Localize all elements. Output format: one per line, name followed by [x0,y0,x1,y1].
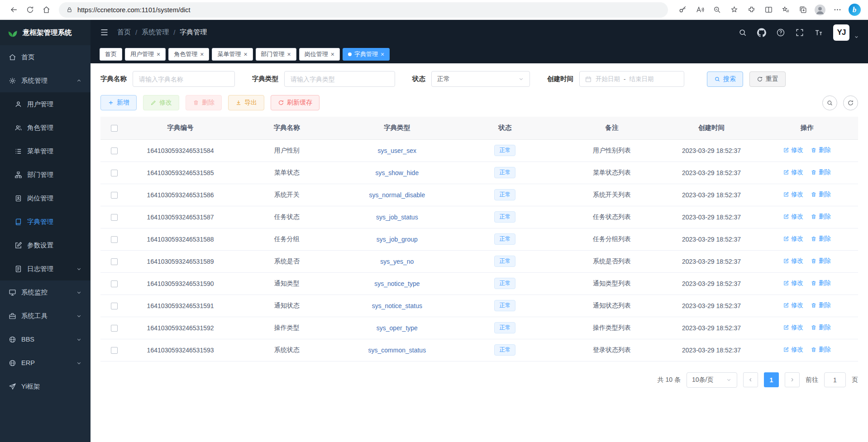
add-button[interactable]: 新增 [100,95,137,110]
tab-close-icon[interactable]: × [200,51,204,57]
collections-icon[interactable] [795,2,811,18]
sidebar-item-menu-management[interactable]: 菜单管理 [0,139,91,163]
select-all-checkbox[interactable] [111,125,118,132]
row-edit-button[interactable]: 修改 [783,346,803,354]
breadcrumb-item[interactable]: 系统管理 [142,28,169,37]
profile-avatar[interactable] [812,2,828,18]
row-delete-button[interactable]: 删除 [811,146,831,154]
copilot-icon[interactable]: b [846,2,863,18]
row-edit-button[interactable]: 修改 [783,323,803,332]
sidebar-item-post-management[interactable]: 岗位管理 [0,186,91,210]
sidebar-item-dict-management[interactable]: 字典管理 [0,210,91,233]
status-select[interactable]: 正常 [431,71,530,87]
zoom-search-icon[interactable] [709,2,725,18]
row-checkbox[interactable] [111,303,118,309]
row-delete-button[interactable]: 删除 [811,279,831,287]
sidebar-item-bbs[interactable]: BBS [0,328,91,351]
row-delete-button[interactable]: 删除 [811,257,831,265]
dict-type-link[interactable]: sys_oper_type [377,324,418,332]
current-page[interactable]: 1 [764,372,779,387]
row-edit-button[interactable]: 修改 [783,168,803,176]
more-menu-icon[interactable] [829,2,845,18]
sidebar-item-system-management[interactable]: 系统管理 [0,69,91,92]
help-icon[interactable] [776,28,785,37]
sidebar-item-role-management[interactable]: 角色管理 [0,116,91,139]
dict-type-link[interactable]: sys_normal_disable [369,191,425,199]
row-checkbox[interactable] [111,214,118,221]
row-delete-button[interactable]: 删除 [811,213,831,221]
row-delete-button[interactable]: 删除 [811,301,831,309]
page-size-select[interactable]: 10条/页 [687,372,737,388]
row-checkbox[interactable] [111,170,118,176]
row-edit-button[interactable]: 修改 [783,235,803,243]
fullscreen-icon[interactable] [795,28,804,37]
dict-type-link[interactable]: sys_yes_no [380,258,414,265]
address-bar[interactable]: https://ccnetcore.com:1101/system/dict [59,2,668,18]
row-checkbox[interactable] [111,347,118,354]
breadcrumb-item[interactable]: 首页 [117,28,131,37]
tab-home[interactable]: 首页 [100,48,122,61]
tab-dept-management[interactable]: 部门管理× [256,48,296,61]
toggle-search-icon[interactable] [822,95,837,110]
row-edit-button[interactable]: 修改 [783,190,803,199]
sidebar-item-dept-management[interactable]: 部门管理 [0,163,91,186]
browser-home-button[interactable] [38,2,54,18]
export-button[interactable]: 导出 [228,95,264,110]
row-edit-button[interactable]: 修改 [783,257,803,265]
sidebar-item-log-management[interactable]: 日志管理 [0,257,91,280]
row-checkbox[interactable] [111,280,118,287]
row-checkbox[interactable] [111,236,118,243]
row-edit-button[interactable]: 修改 [783,213,803,221]
tab-role-management[interactable]: 角色管理× [168,48,209,61]
extensions-icon[interactable] [743,2,759,18]
row-checkbox[interactable] [111,192,118,199]
font-size-icon[interactable] [814,28,823,37]
row-delete-button[interactable]: 删除 [811,190,831,199]
favorites-icon[interactable] [777,2,794,18]
sidebar-item-home[interactable]: 首页 [0,45,91,69]
user-logo-avatar[interactable]: YJ [833,24,849,41]
tab-close-icon[interactable]: × [381,51,384,57]
goto-page-input[interactable] [824,372,846,387]
row-delete-button[interactable]: 删除 [811,323,831,332]
row-edit-button[interactable]: 修改 [783,146,803,154]
row-edit-button[interactable]: 修改 [783,301,803,309]
read-aloud-icon[interactable] [692,2,708,18]
sidebar-item-yi-framework[interactable]: Yi框架 [0,375,91,398]
prev-page-button[interactable] [743,372,758,387]
tab-close-icon[interactable]: × [243,51,247,57]
dict-type-link[interactable]: sys_notice_type [374,280,420,287]
tab-user-management[interactable]: 用户管理× [125,48,166,61]
date-range-picker[interactable]: 开始日期 - 结束日期 [579,71,684,87]
refresh-cache-button[interactable]: 刷新缓存 [271,95,320,110]
tab-menu-management[interactable]: 菜单管理× [212,48,253,61]
row-checkbox[interactable] [111,147,118,154]
tab-dict-management[interactable]: 字典管理× [343,48,390,61]
dict-type-link[interactable]: sys_notice_status [372,302,422,309]
favorite-add-icon[interactable] [726,2,742,18]
tab-close-icon[interactable]: × [331,51,334,57]
tab-close-icon[interactable]: × [157,51,160,57]
search-button[interactable]: 搜索 [707,71,743,87]
sidebar-item-system-monitor[interactable]: 系统监控 [0,280,91,304]
sidebar-item-system-tools[interactable]: 系统工具 [0,304,91,328]
browser-back-button[interactable] [5,2,22,18]
key-icon[interactable] [674,2,691,18]
row-checkbox[interactable] [111,258,118,265]
browser-refresh-button[interactable] [22,2,38,18]
sidebar-item-param-settings[interactable]: 参数设置 [0,233,91,257]
refresh-table-icon[interactable] [843,95,858,110]
tab-post-management[interactable]: 岗位管理× [299,48,340,61]
dict-type-link[interactable]: sys_common_status [368,347,426,354]
split-screen-icon[interactable] [760,2,777,18]
tab-close-icon[interactable]: × [287,51,291,57]
row-delete-button[interactable]: 删除 [811,168,831,176]
row-delete-button[interactable]: 删除 [811,235,831,243]
next-page-button[interactable] [785,372,800,387]
dict-type-link[interactable]: sys_user_sex [378,147,417,154]
row-delete-button[interactable]: 删除 [811,346,831,354]
row-edit-button[interactable]: 修改 [783,279,803,287]
dict-type-input[interactable] [284,71,395,87]
row-checkbox[interactable] [111,325,118,332]
dict-type-link[interactable]: sys_job_status [376,214,418,221]
